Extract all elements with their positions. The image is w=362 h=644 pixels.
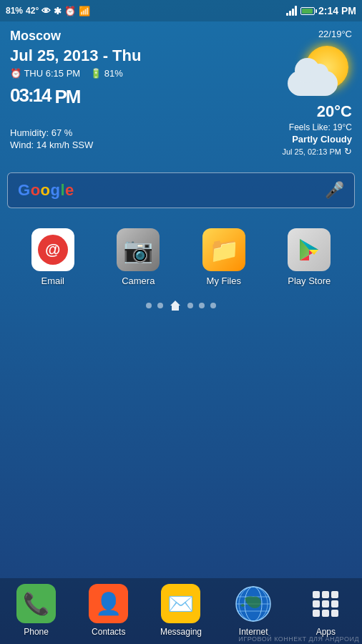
- alarm-time: ⏰ THU 6:15 PM: [10, 68, 80, 79]
- contacts-label: Contacts: [92, 627, 125, 637]
- dock-item-messaging[interactable]: ✉️ Messaging: [149, 584, 213, 637]
- home-icon: [169, 299, 182, 312]
- page-dots: [0, 293, 362, 322]
- status-bar: 81% 42° 👁 ✱ ⏰ 📶 2:14 PM: [0, 0, 362, 21]
- playstore-svg: [295, 236, 323, 263]
- status-right: 2:14 PM: [286, 5, 356, 16]
- eye-icon: 👁: [41, 6, 51, 16]
- phone-label: Phone: [24, 627, 49, 637]
- dock-item-contacts[interactable]: 👤 Contacts: [77, 584, 141, 637]
- email-label: Email: [41, 275, 64, 286]
- page-dot-1: [146, 303, 152, 308]
- weather-widget: Moscow Jul 25, 2013 - Thu ⏰ THU 6:15 PM …: [0, 21, 362, 162]
- feels-like: Feels Like: 19°C: [289, 122, 352, 132]
- google-logo: Google: [18, 181, 74, 200]
- mic-icon[interactable]: 🎤: [325, 181, 344, 200]
- camera-icon: 📷: [117, 228, 160, 271]
- last-update: Jul 25, 02:13 PM ↻: [282, 146, 352, 157]
- app-item-email[interactable]: @ Email: [24, 228, 82, 286]
- dock-item-apps[interactable]: Apps: [293, 584, 358, 637]
- battery-icon: [300, 7, 315, 15]
- weather-icon: [288, 42, 352, 99]
- signal-bars: [286, 6, 297, 16]
- myfiles-icon: 📁: [202, 228, 245, 271]
- battery-meta: 🔋 81%: [90, 68, 123, 79]
- app-item-playstore[interactable]: Play Store: [280, 228, 338, 286]
- email-icon: @: [31, 228, 74, 271]
- svg-marker-1: [170, 301, 180, 311]
- apps-icon: [306, 584, 346, 623]
- email-at-icon: @: [38, 235, 68, 265]
- status-left: 81% 42° 👁 ✱ ⏰ 📶: [6, 6, 90, 16]
- internet-icon: [234, 584, 273, 623]
- myfiles-label: My Files: [207, 275, 241, 286]
- weather-right: 22/19°C 20°C Feels Like: 19°C Partly Clo…: [282, 29, 352, 157]
- phone-icon: 📞: [16, 584, 56, 623]
- page-dot-4: [187, 303, 193, 308]
- temperature-status: 42°: [26, 6, 39, 16]
- contacts-icon: 👤: [89, 584, 128, 623]
- app-item-camera[interactable]: 📷 Camera: [109, 228, 167, 286]
- weather-left: Moscow Jul 25, 2013 - Thu ⏰ THU 6:15 PM …: [10, 29, 141, 150]
- page-dot-2: [157, 303, 163, 308]
- weather-description: Partly Cloudy: [292, 134, 352, 145]
- weather-date: Jul 25, 2013 - Thu: [10, 47, 141, 65]
- current-temp: 20°C: [317, 102, 352, 121]
- globe-svg: [235, 585, 272, 623]
- dock-item-internet[interactable]: Internet: [221, 584, 285, 637]
- status-time: 2:14 PM: [318, 5, 356, 16]
- search-bar[interactable]: Google 🎤: [7, 172, 355, 208]
- bluetooth-icon: ✱: [54, 6, 62, 16]
- page-dot-6: [210, 303, 216, 308]
- battery-meta-icon: 🔋: [90, 68, 102, 79]
- refresh-icon[interactable]: ↻: [344, 146, 352, 157]
- dock: 📞 Phone 👤 Contacts ✉️ Messaging: [0, 578, 362, 644]
- playstore-label: Play Store: [288, 275, 331, 286]
- humidity: Humidity: 67 %: [10, 127, 141, 138]
- weather-meta: ⏰ THU 6:15 PM 🔋 81%: [10, 68, 141, 79]
- wind: Wind: 14 km/h SSW: [10, 140, 141, 150]
- big-time: 03:14PM: [10, 80, 141, 125]
- home-dot[interactable]: [169, 299, 182, 312]
- app-item-myfiles[interactable]: 📁 My Files: [195, 228, 253, 286]
- wifi-icon: 📶: [79, 6, 90, 16]
- alarm-meta-icon: ⏰: [10, 68, 21, 79]
- messaging-icon: ✉️: [161, 584, 200, 623]
- camera-label: Camera: [122, 275, 155, 286]
- city-name: Moscow: [10, 29, 141, 44]
- cloud-icon: [288, 71, 338, 96]
- alarm-icon: ⏰: [64, 6, 76, 16]
- apps-grid-icon: [313, 591, 338, 617]
- watermark: ИГРОВОЙ КОННЕКТ ДЛЯ АНДРОИД: [238, 635, 359, 643]
- playstore-icon: [288, 228, 331, 271]
- messaging-label: Messaging: [160, 627, 202, 637]
- dock-item-phone[interactable]: 📞 Phone: [4, 584, 69, 637]
- temp-range: 22/19°C: [318, 29, 352, 39]
- app-icons: @ Email 📷 Camera 📁 My Files: [0, 214, 362, 293]
- page-dot-5: [199, 303, 205, 308]
- battery-percent: 81%: [6, 6, 23, 16]
